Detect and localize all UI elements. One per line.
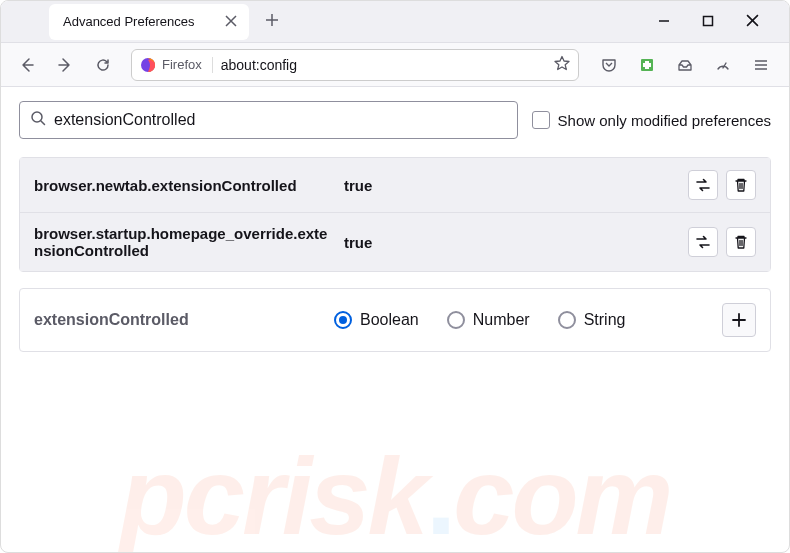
type-radio-boolean[interactable]: Boolean <box>334 311 419 329</box>
toggle-button[interactable] <box>688 227 718 257</box>
search-input[interactable] <box>54 111 507 129</box>
extension-icon[interactable] <box>633 51 661 79</box>
radio-label: String <box>584 311 626 329</box>
toggle-button[interactable] <box>688 170 718 200</box>
url-bar[interactable]: Firefox <box>131 49 579 81</box>
window-controls <box>652 7 789 37</box>
new-pref-row: extensionControlled Boolean Number Strin… <box>19 288 771 352</box>
pref-value: true <box>344 177 678 194</box>
add-pref-button[interactable] <box>722 303 756 337</box>
show-modified-label: Show only modified preferences <box>558 112 771 129</box>
gauge-icon[interactable] <box>709 51 737 79</box>
search-box[interactable] <box>19 101 518 139</box>
watermark: pcrisk.com <box>35 449 755 543</box>
show-modified-checkbox[interactable]: Show only modified preferences <box>532 111 771 129</box>
forward-button[interactable] <box>49 49 81 81</box>
url-input[interactable] <box>221 57 546 73</box>
search-icon <box>30 110 46 130</box>
nav-toolbar: Firefox <box>1 43 789 87</box>
radio-icon <box>447 311 465 329</box>
inbox-icon[interactable] <box>671 51 699 79</box>
pref-name: browser.newtab.extensionControlled <box>34 177 334 194</box>
pref-value: true <box>344 234 678 251</box>
type-options: Boolean Number String <box>334 311 712 329</box>
type-radio-number[interactable]: Number <box>447 311 530 329</box>
identity-box[interactable]: Firefox <box>140 57 213 73</box>
radio-label: Number <box>473 311 530 329</box>
preferences-list: browser.newtab.extensionControlled true … <box>19 157 771 272</box>
back-button[interactable] <box>11 49 43 81</box>
browser-window: Advanced Preferences <box>0 0 790 553</box>
type-radio-string[interactable]: String <box>558 311 626 329</box>
checkbox-icon <box>532 111 550 129</box>
pref-row[interactable]: browser.startup.homepage_override.extens… <box>20 213 770 271</box>
maximize-button[interactable] <box>696 7 720 37</box>
close-window-button[interactable] <box>740 7 765 37</box>
titlebar: Advanced Preferences <box>1 1 789 43</box>
svg-rect-4 <box>643 63 651 67</box>
minimize-button[interactable] <box>652 7 676 37</box>
svg-rect-0 <box>704 16 713 25</box>
new-tab-button[interactable] <box>261 9 283 35</box>
hamburger-menu-icon[interactable] <box>747 51 775 79</box>
pocket-icon[interactable] <box>595 51 623 79</box>
radio-icon <box>334 311 352 329</box>
pref-row[interactable]: browser.newtab.extensionControlled true <box>20 158 770 213</box>
delete-button[interactable] <box>726 227 756 257</box>
delete-button[interactable] <box>726 170 756 200</box>
browser-tab[interactable]: Advanced Preferences <box>49 4 249 40</box>
tab-title: Advanced Preferences <box>63 14 213 29</box>
bookmark-star-icon[interactable] <box>554 55 570 75</box>
reload-button[interactable] <box>87 49 119 81</box>
new-pref-name: extensionControlled <box>34 311 324 329</box>
content-area: Show only modified preferences browser.n… <box>1 87 789 552</box>
toolbar-icons <box>591 51 779 79</box>
close-tab-icon[interactable] <box>223 11 239 33</box>
pref-name: browser.startup.homepage_override.extens… <box>34 225 334 259</box>
radio-label: Boolean <box>360 311 419 329</box>
search-row: Show only modified preferences <box>19 101 771 139</box>
radio-icon <box>558 311 576 329</box>
identity-label: Firefox <box>162 57 202 72</box>
firefox-icon <box>140 57 156 73</box>
